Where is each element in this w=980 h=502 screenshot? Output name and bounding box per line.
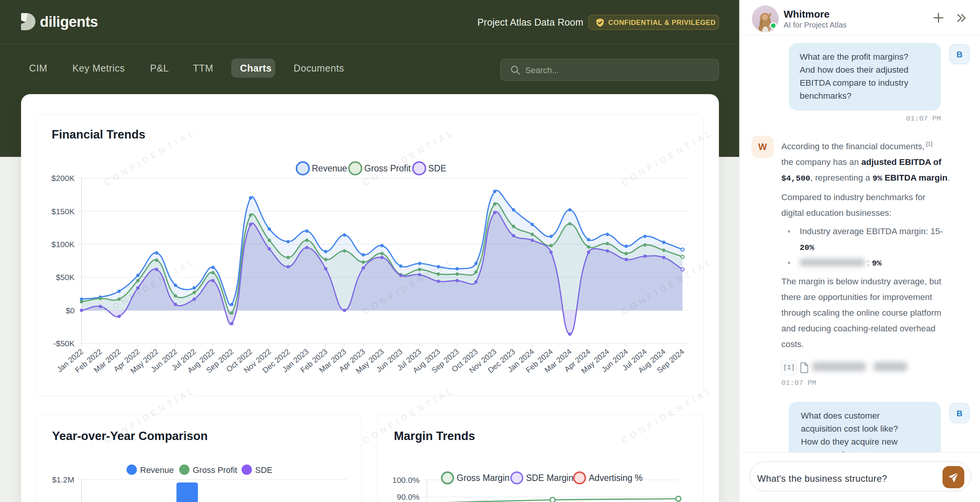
svg-text:90.0%: 90.0% (397, 492, 420, 501)
svg-text:SDE Margin: SDE Margin (526, 473, 573, 483)
svg-text:-$50K: -$50K (53, 339, 75, 348)
svg-text:$1.2M: $1.2M (52, 475, 74, 484)
svg-text:Advertising %: Advertising % (589, 473, 643, 483)
svg-text:Gross Profit: Gross Profit (364, 163, 411, 173)
svg-text:Revenue: Revenue (140, 465, 174, 475)
svg-text:$100K: $100K (51, 240, 75, 249)
svg-text:$150K: $150K (51, 207, 75, 216)
svg-text:$200K: $200K (51, 174, 75, 183)
svg-text:Gross Margin: Gross Margin (457, 473, 510, 483)
svg-text:SDE: SDE (255, 465, 273, 475)
svg-text:Gross Profit: Gross Profit (193, 465, 237, 475)
svg-text:$0: $0 (66, 306, 75, 315)
svg-text:$50K: $50K (56, 273, 75, 282)
svg-text:SDE: SDE (428, 163, 446, 173)
svg-text:Revenue: Revenue (312, 163, 347, 173)
svg-text:100.0%: 100.0% (392, 476, 420, 484)
